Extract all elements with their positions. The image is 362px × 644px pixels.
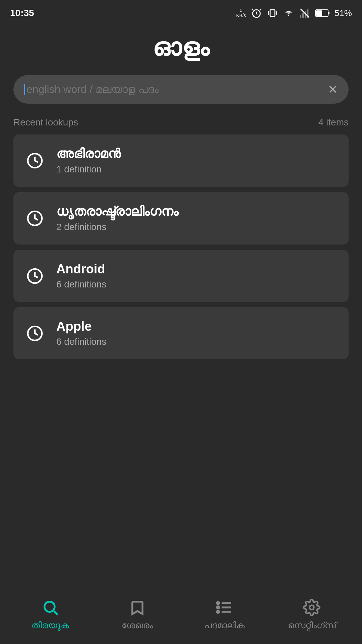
list-icon <box>215 598 234 617</box>
nav-search-label: തിരയുക <box>32 620 69 631</box>
nav-wordlist[interactable]: പദമാലിക <box>198 598 251 631</box>
history-definitions: 2 definitions <box>56 222 178 232</box>
svg-point-19 <box>217 602 219 604</box>
svg-point-21 <box>217 611 219 613</box>
history-text: Android 6 definitions <box>56 262 106 290</box>
history-item[interactable]: Apple 6 definitions <box>13 307 349 359</box>
svg-rect-2 <box>300 15 301 18</box>
recent-lookups-label: Recent lookups <box>13 117 78 128</box>
battery-percent: 51% <box>335 8 352 18</box>
nav-settings[interactable]: സെറ്റിംഗ്സ് <box>285 598 339 631</box>
history-word: അഭിരാമൻ <box>56 147 121 161</box>
app-title: ഓളം <box>13 34 349 62</box>
history-list: അഭിരാമൻ 1 definition ധൃതരാഷ്ട്രാലിംഗനം 2… <box>0 135 362 359</box>
bottom-nav: തിരയുക ശേഖരം പദമാലിക <box>0 590 362 644</box>
clock-icon <box>25 267 44 285</box>
history-item[interactable]: Android 6 definitions <box>13 250 349 302</box>
recent-lookups-count: 4 items <box>318 117 349 128</box>
nav-search[interactable]: തിരയുക <box>23 598 77 631</box>
svg-rect-1 <box>270 10 275 16</box>
nav-bookmark[interactable]: ശേഖരം <box>111 598 164 631</box>
svg-rect-3 <box>302 13 304 18</box>
status-right: 0 KB/s <box>236 7 352 19</box>
history-text: അഭിരാമൻ 1 definition <box>56 147 121 175</box>
status-bar: 10:35 0 KB/s <box>0 0 362 23</box>
svg-point-22 <box>310 605 314 610</box>
history-definitions: 6 definitions <box>56 336 106 347</box>
alarm-icon <box>251 7 262 19</box>
status-time: 10:35 <box>10 8 34 18</box>
history-definitions: 1 definition <box>56 164 121 175</box>
svg-line-15 <box>54 611 58 615</box>
status-kb: 0 KB/s <box>236 8 246 18</box>
clear-button[interactable]: ✕ <box>328 84 338 96</box>
nav-bookmark-label: ശേഖരം <box>122 620 153 631</box>
history-text: Apple 6 definitions <box>56 319 106 347</box>
nav-settings-label: സെറ്റിംഗ്സ് <box>288 620 336 631</box>
clock-icon <box>25 209 44 228</box>
history-text: ധൃതരാഷ്ട്രാലിംഗനം 2 definitions <box>56 204 178 232</box>
history-item[interactable]: ധൃതരാഷ്ട്രാലിംഗനം 2 definitions <box>13 192 349 245</box>
nav-wordlist-label: പദമാലിക <box>204 620 245 631</box>
clock-icon <box>25 151 44 170</box>
svg-rect-9 <box>316 10 322 16</box>
svg-point-20 <box>217 606 219 609</box>
vibrate-icon <box>267 7 278 19</box>
battery-icon <box>315 8 330 18</box>
cursor-indicator <box>24 84 25 95</box>
svg-rect-8 <box>328 12 329 14</box>
bookmark-icon <box>128 598 147 617</box>
recent-lookups-header: Recent lookups 4 items <box>0 114 362 135</box>
clock-icon <box>25 324 44 343</box>
history-item[interactable]: അഭിരാമൻ 1 definition <box>13 135 349 187</box>
svg-point-14 <box>45 602 55 612</box>
search-input[interactable] <box>26 83 328 96</box>
search-container: ✕ <box>0 68 362 114</box>
settings-icon <box>302 598 321 617</box>
history-definitions: 6 definitions <box>56 279 106 290</box>
wifi-icon <box>283 7 294 19</box>
app-title-container: ഓളം <box>0 23 362 68</box>
history-word: ധൃതരാഷ്ട്രാലിംഗനം <box>56 204 178 219</box>
signal-icon <box>299 7 310 19</box>
search-bar[interactable]: ✕ <box>13 75 349 104</box>
history-word: Apple <box>56 319 106 334</box>
search-icon <box>41 598 60 617</box>
history-word: Android <box>56 262 106 276</box>
